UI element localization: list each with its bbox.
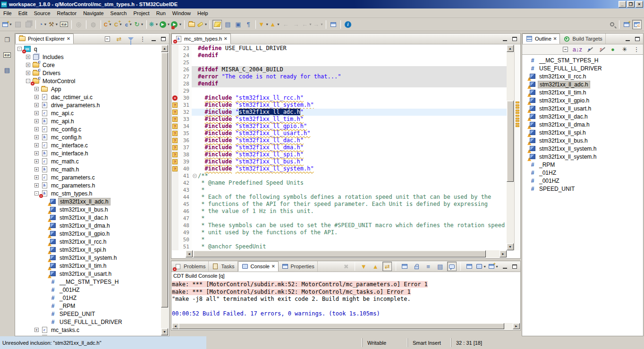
project-tree-scrollbar[interactable]: ▲ ▼ (161, 45, 169, 335)
code-line[interactable]: 43 * (172, 187, 507, 194)
minimize-view-icon[interactable] (500, 34, 509, 43)
unresolved-marker-icon[interactable]: ? (172, 110, 178, 115)
restart-target-icon[interactable]: ↻▼ (135, 20, 144, 29)
outline-item[interactable]: #_001HZ (522, 177, 643, 185)
outline-item[interactable]: stm32f1xx_ll_rcc.h (522, 72, 643, 80)
unresolved-marker-icon[interactable]: ? (172, 159, 178, 164)
dropdown-arrow-icon[interactable]: ▼ (309, 23, 312, 26)
code-line[interactable]: ?34 #include "stm32f1xx_ll_gpio.h" (172, 123, 507, 130)
close-icon[interactable]: ✕ (271, 264, 275, 269)
expand-icon[interactable]: + (34, 167, 39, 171)
outline-item[interactable]: #USE_FULL_LL_DRIVER (522, 64, 643, 72)
code-line[interactable]: 45 * functions of the API for their spee… (172, 201, 507, 208)
maximize-view-icon[interactable] (510, 262, 519, 271)
next-annotation-icon[interactable]: ▼▼ (258, 20, 269, 29)
dropdown-arrow-icon[interactable]: ▼ (265, 23, 269, 26)
annotation-margin[interactable] (172, 87, 178, 94)
tree-item[interactable]: +hmc_tasks.h (16, 334, 161, 335)
annotation-margin[interactable] (172, 201, 178, 208)
hide-non-public-icon[interactable]: ● (608, 45, 618, 54)
annotation-margin[interactable] (172, 229, 178, 236)
build-config-icon[interactable]: ◔▼ (38, 20, 48, 29)
annotation-margin[interactable] (172, 45, 178, 52)
new-c-source-file-icon[interactable]: c+▼ (124, 20, 134, 29)
word-wrap-lock-icon[interactable] (412, 262, 421, 271)
close-icon[interactable]: ✕ (553, 36, 557, 41)
code-line[interactable]: 29 (172, 87, 507, 94)
run-external-tools-icon[interactable]: ▶▼ (171, 20, 182, 29)
dropdown-arrow-icon[interactable]: ▼ (495, 265, 499, 268)
collapse-all-icon[interactable]: − (102, 34, 112, 43)
search-magnifier-icon[interactable] (607, 20, 617, 29)
search-torch-icon[interactable]: ▼ (197, 20, 207, 29)
tree-item[interactable]: -IDE×q (16, 45, 161, 53)
tree-item[interactable]: stm32f1xx_ll_bus.h (16, 205, 161, 213)
outline-item[interactable]: #_01HZ (522, 169, 643, 177)
menu-help[interactable]: Help (194, 9, 212, 17)
dropdown-arrow-icon[interactable]: ▼ (43, 23, 47, 26)
tree-item[interactable]: +hmc_math.h (16, 165, 161, 173)
overview-ruler[interactable] (514, 45, 520, 250)
annotation-margin[interactable] (172, 59, 178, 66)
restore-fast-view-icon[interactable]: ❐ (2, 35, 12, 44)
tree-item[interactable]: stm32f1xx_ll_spi.h (16, 246, 161, 254)
fold-margin[interactable] (192, 94, 198, 102)
previous-error-icon[interactable]: ▲ (371, 262, 380, 271)
tree-item[interactable]: +hdrive_parameters.h (16, 101, 161, 109)
pin-console-icon[interactable] (447, 262, 457, 271)
code-line[interactable]: ×30 #include "stm32f1xx_ll_rcc.h" (172, 94, 507, 102)
dropdown-arrow-icon[interactable]: ▼ (277, 23, 280, 26)
tree-item[interactable]: stm32f1xx_ll_system.h (16, 254, 161, 262)
fold-margin[interactable] (192, 52, 198, 59)
save-all-icon[interactable] (24, 20, 33, 29)
code-line[interactable]: 27#error "The code is not ready for that… (172, 73, 507, 80)
code-line[interactable]: 46 * the value of 1 Hz in this unit. (172, 208, 507, 215)
hide-macros-icon[interactable]: ✳ (620, 45, 629, 54)
outline-item[interactable]: stm32f1xx_ll_dac.h (522, 112, 643, 120)
expand-icon[interactable]: + (34, 111, 39, 115)
annotation-margin[interactable] (172, 243, 178, 250)
annotation-margin[interactable] (172, 172, 178, 179)
tree-item[interactable]: +cmc_api.c (16, 109, 161, 117)
forward-history-icon[interactable]: →▼ (313, 20, 323, 29)
tree-item[interactable]: #USE_FULL_LL_DRIVER (16, 318, 161, 326)
outline-item[interactable]: stm32f1xx_ll_bus.h (522, 136, 643, 145)
code-line[interactable]: 26#ifdef MISRA_C_2004_BUILD (172, 66, 507, 73)
code-line[interactable]: 50 * (172, 236, 507, 243)
minimize-button[interactable]: _ (619, 1, 626, 8)
expand-icon[interactable]: + (34, 328, 39, 332)
code-line[interactable]: 44 * Each of the following symbols defin… (172, 194, 507, 201)
new-c-class-icon[interactable]: C+▼ (103, 20, 113, 29)
clear-console-icon[interactable]: ▤ (435, 262, 445, 271)
close-icon[interactable]: ✕ (224, 36, 228, 41)
code-line[interactable]: 48 * These symbols can be used to set th… (172, 222, 507, 229)
outline-item[interactable]: stm32f1xx_ll_gpio.h (522, 96, 643, 104)
tree-item[interactable]: stm32f1xx_ll_gpio.h (16, 230, 161, 238)
maximize-view-icon[interactable] (633, 34, 642, 43)
menu-file[interactable]: File (0, 9, 15, 17)
tree-item[interactable]: stm32f1xx_ll_dac.h (16, 213, 161, 221)
tree-item[interactable]: +hmc_interface.h (16, 149, 161, 157)
outline-item[interactable]: stm32f1xx_ll_dma.h (522, 120, 643, 128)
dropdown-arrow-icon[interactable]: ▼ (483, 265, 486, 268)
tree-item[interactable]: stm32f1xx_ll_dma.h (16, 221, 161, 230)
back-history-icon[interactable]: ←▼ (302, 20, 312, 29)
fold-margin[interactable] (192, 208, 198, 215)
menu-refactor[interactable]: Refactor (54, 9, 80, 17)
tab-editor-mc-stm-types[interactable]: h× mc_stm_types.h ✕ (171, 34, 231, 44)
tree-item[interactable]: stm32f1xx_ll_adc.h (16, 197, 161, 205)
unresolved-marker-icon[interactable]: ? (172, 117, 178, 122)
fold-margin[interactable] (192, 201, 198, 208)
tab-project-explorer[interactable]: Project Explorer ✕ (15, 34, 74, 44)
outline-item[interactable]: stm32f1xx_ll_system.h (522, 145, 643, 153)
annotation-margin[interactable]: × (172, 94, 178, 102)
outline-item[interactable]: stm32f1xx_ll_tim.h (522, 88, 643, 96)
link-with-editor-icon[interactable]: ⇄ (114, 34, 124, 43)
annotation-margin[interactable]: ? (172, 151, 178, 158)
dropdown-arrow-icon[interactable]: ▼ (155, 23, 159, 26)
fold-margin[interactable] (192, 109, 198, 116)
annotation-margin[interactable]: ? (172, 130, 178, 137)
maximize-view-icon[interactable] (510, 34, 519, 43)
editor-vscrollbar[interactable]: ▲ ▼ (507, 45, 514, 250)
pin-editor-icon[interactable] (329, 20, 338, 29)
